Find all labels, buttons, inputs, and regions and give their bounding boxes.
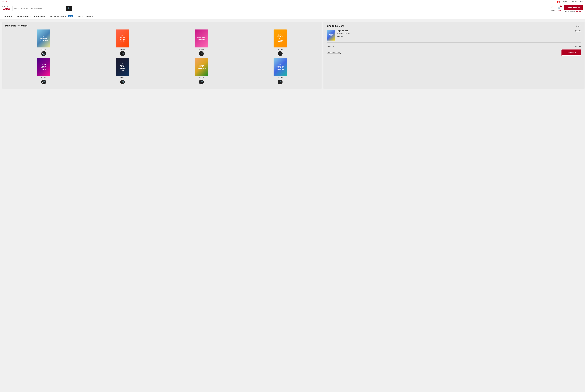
cart-button[interactable]: 🛒 1 Cart: [558, 6, 561, 11]
book-cover[interactable]: EMILY GIFFIN the lies that bind: [116, 30, 129, 48]
nav-item-superpoints[interactable]: SUPER POINTS ▼: [76, 13, 95, 19]
search-button[interactable]: 🔍: [66, 6, 72, 11]
list-item: Elin Hilderbrand 28 Summers $18.99 +🛒: [5, 30, 82, 56]
book-price: $16.99: [278, 48, 282, 50]
create-account-button[interactable]: Create account: [564, 5, 582, 10]
add-to-cart-button[interactable]: +🛒: [120, 51, 125, 56]
chevron-down-icon: ▼: [46, 16, 47, 17]
book-cover[interactable]: EMMA STRAUB ALL ADULTS HERE: [273, 30, 287, 48]
cart-cover-text: Jennifer Weiner Big Summer: [329, 32, 333, 38]
list-item: BEACH READ EMILY HENRY $11.99 +🛒: [163, 58, 240, 84]
ebooks-label: eBOOKS: [4, 15, 12, 17]
checkout-button[interactable]: Checkout: [562, 50, 581, 56]
book-cover[interactable]: Elin Hilderbrand Troubles in Paradise: [273, 58, 287, 76]
continue-shopping-button[interactable]: Continue shopping: [327, 52, 341, 54]
book-price: $18.99: [41, 48, 46, 50]
cart-item-count: 1 item: [576, 25, 581, 27]
logo-kobo: kobo: [3, 8, 10, 11]
language-label: English: [562, 1, 567, 3]
book-price: $16.99: [41, 77, 46, 79]
book-cover[interactable]: LUCY FOLEY THE GUEST LIST: [116, 58, 129, 76]
book-cover[interactable]: BEACH READ EMILY HENRY: [195, 58, 208, 76]
add-to-cart-button[interactable]: +🛒: [278, 51, 282, 56]
cart-header: Shopping Cart 1 item: [327, 24, 581, 27]
cart-icon: 🛒 1: [558, 6, 561, 9]
top-bar: Earn Rewards 🇨🇦 English ▼ Gift Cards Hel…: [0, 0, 585, 4]
add-to-cart-button[interactable]: +🛒: [199, 51, 204, 56]
wishlist-button[interactable]: ♡ Wishlist: [550, 6, 555, 11]
nav-item-koboplus[interactable]: KOBO PLUS ▼: [33, 13, 48, 19]
list-item: KEVIN KWAN Sex and Vanity $16.99 +🛒: [5, 58, 82, 84]
book-price: $11.99: [199, 77, 204, 79]
cart-item-cover: Jennifer Weiner Big Summer: [327, 30, 335, 40]
sale-badge: SALE: [68, 15, 73, 17]
help-link[interactable]: Help: [579, 1, 582, 3]
language-selector[interactable]: English ▼: [562, 1, 568, 3]
book-cover-text: LUCY FOLEY THE GUEST LIST: [120, 62, 125, 71]
cart-badge: 1: [560, 6, 562, 8]
list-item: EMMA STRAUB ALL ADULTS HERE $16.99 +🛒: [242, 30, 319, 56]
book-cover-text: EMMA STRAUB ALL ADULTS HERE: [277, 34, 283, 43]
recommendations-title: More titles to consider: [5, 24, 319, 27]
earn-rewards: Earn Rewards: [3, 1, 13, 3]
sign-in-link[interactable]: Sign in: [576, 10, 581, 12]
main-content: More titles to consider Elin Hilderbrand…: [0, 19, 585, 91]
list-item: Elin Hilderbrand Troubles in Paradise $1…: [242, 58, 319, 84]
flag-icon: 🇨🇦: [557, 0, 559, 3]
remove-item-button[interactable]: Remove: [337, 36, 343, 37]
header: Rakuten kobo 🔍 ♡ Wishlist 🛒 1 Cart Creat…: [0, 4, 585, 13]
book-cover[interactable]: marian keyes Grown Ups: [195, 30, 208, 48]
book-cover[interactable]: KEVIN KWAN Sex and Vanity: [37, 58, 50, 76]
superpoints-label: SUPER POINTS: [78, 15, 91, 17]
chevron-down-icon: ▼: [74, 16, 75, 17]
book-cover-text: Elin Hilderbrand Troubles in Paradise: [276, 64, 284, 70]
cart-subtotal: Subtotal $13.99: [327, 46, 581, 48]
add-to-cart-button[interactable]: +🛒: [120, 80, 125, 84]
add-to-cart-button[interactable]: +🛒: [199, 80, 204, 84]
add-to-cart-button[interactable]: +🛒: [41, 80, 46, 84]
book-cover-text: Elin Hilderbrand 28 Summers: [40, 36, 48, 41]
chevron-down-icon: ▼: [567, 1, 568, 2]
search-bar: 🔍: [12, 6, 72, 11]
book-price: $14.99: [199, 48, 204, 50]
cart-actions: Continue shopping Checkout: [327, 50, 581, 56]
book-price: $16.99: [120, 48, 125, 50]
logo[interactable]: Rakuten kobo: [3, 6, 10, 11]
navigation: eBOOKS ▼ AUDIOBOOKS ▼ KOBO PLUS ▼ APPS &…: [0, 13, 585, 19]
wishlist-label: Wishlist: [550, 9, 555, 11]
sign-in-area: Have an account? Sign in: [564, 10, 582, 12]
cart-item-author: by Jennifer Weiner: [337, 32, 573, 34]
book-cover-text: BEACH READ EMILY HENRY: [197, 64, 206, 70]
cart-item: Jennifer Weiner Big Summer Big Summer by…: [327, 30, 581, 42]
book-cover-text: KEVIN KWAN Sex and Vanity: [41, 64, 46, 70]
nav-item-audiobooks[interactable]: AUDIOBOOKS ▼: [15, 13, 33, 19]
book-cover[interactable]: Elin Hilderbrand 28 Summers: [37, 30, 50, 48]
books-grid: Elin Hilderbrand 28 Summers $18.99 +🛒 EM…: [5, 30, 319, 84]
apps-label: APPS & eREADERS: [50, 15, 67, 17]
nav-item-ebooks[interactable]: eBOOKS ▼: [3, 13, 15, 19]
chevron-down-icon: ▼: [92, 16, 93, 17]
cart-item-title: Big Summer: [337, 30, 573, 32]
gift-cards-link[interactable]: Gift Cards: [571, 1, 577, 3]
chevron-down-icon: ▼: [12, 16, 14, 17]
book-price: $14.99: [120, 77, 125, 79]
cart-item-info: Big Summer by Jennifer Weiner Remove: [337, 30, 573, 37]
audiobooks-label: AUDIOBOOKS: [17, 15, 29, 17]
list-item: marian keyes Grown Ups $14.99 +🛒: [163, 30, 240, 56]
header-right: ♡ Wishlist 🛒 1 Cart Create account Have …: [550, 5, 582, 12]
nav-item-apps[interactable]: APPS & eREADERS SALE ▼: [48, 13, 76, 19]
heart-icon: ♡: [551, 6, 553, 9]
search-input[interactable]: [13, 6, 66, 11]
book-price: $18.99: [278, 77, 282, 79]
cart-panel: Shopping Cart 1 item Jennifer Weiner Big…: [324, 22, 584, 89]
book-cover-text: EMILY GIFFIN the lies that bind: [120, 35, 125, 42]
cart-label: Cart: [558, 9, 561, 11]
subtotal-label: Subtotal: [327, 46, 334, 48]
chevron-down-icon: ▼: [30, 16, 31, 17]
book-cover-text: marian keyes Grown Ups: [197, 37, 206, 40]
add-to-cart-button[interactable]: +🛒: [278, 80, 282, 84]
account-area: Create account Have an account? Sign in: [564, 5, 582, 12]
list-item: EMILY GIFFIN the lies that bind $16.99 +…: [84, 30, 161, 56]
cart-item-price: $13.99: [575, 30, 581, 32]
add-to-cart-button[interactable]: +🛒: [41, 51, 46, 56]
